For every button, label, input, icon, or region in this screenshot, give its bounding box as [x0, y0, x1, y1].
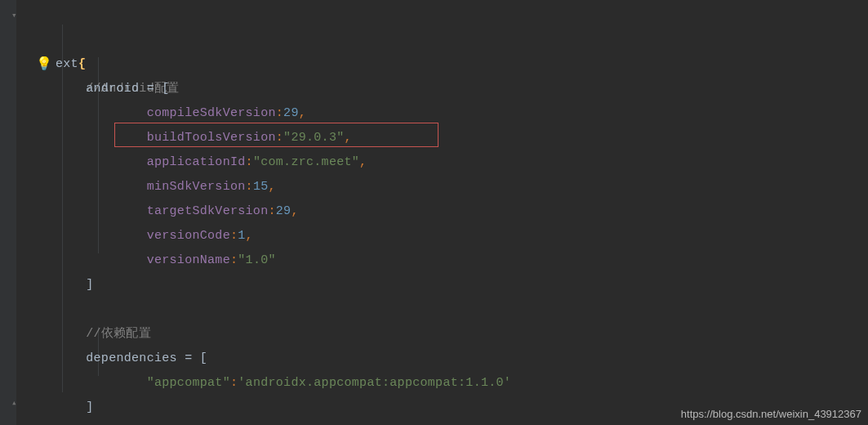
code-line[interactable]: 💡 //Android配置 [0, 28, 868, 52]
code-line[interactable]: buildToolsVersion:"29.0.3", [0, 101, 868, 126]
code-line[interactable]: applicationId:"com.zrc.meet", [0, 126, 868, 150]
watermark-text: https://blog.csdn.net/weixin_43912367 [681, 408, 861, 420]
code-line[interactable]: versionName:"1.0" [0, 224, 868, 248]
code-line[interactable]: versionCode:1, [0, 199, 868, 224]
code-line[interactable]: android = [ [0, 52, 868, 77]
code-line[interactable]: //依赖配置 [0, 298, 868, 322]
code-line[interactable]: ] [0, 248, 868, 273]
code-line[interactable]: targetSdkVersion:29, [0, 175, 868, 199]
code-line[interactable]: minSdkVersion:15, [0, 150, 868, 175]
code-line[interactable]: "appcompat":'androidx.appcompat:appcompa… [0, 347, 868, 371]
code-line[interactable]: ▾ ext{ [0, 3, 868, 28]
code-line[interactable]: dependencies = [ [0, 322, 868, 347]
fold-close-icon[interactable]: ▴ [11, 391, 17, 415]
code-editor[interactable]: ▾ ext{ 💡 //Android配置 android = [ compile… [0, 0, 868, 420]
code-line[interactable]: ] [0, 371, 868, 396]
fold-open-icon[interactable]: ▾ [11, 3, 17, 28]
code-line[interactable]: compileSdkVersion:29, [0, 77, 868, 101]
code-line-blank[interactable] [0, 273, 868, 298]
